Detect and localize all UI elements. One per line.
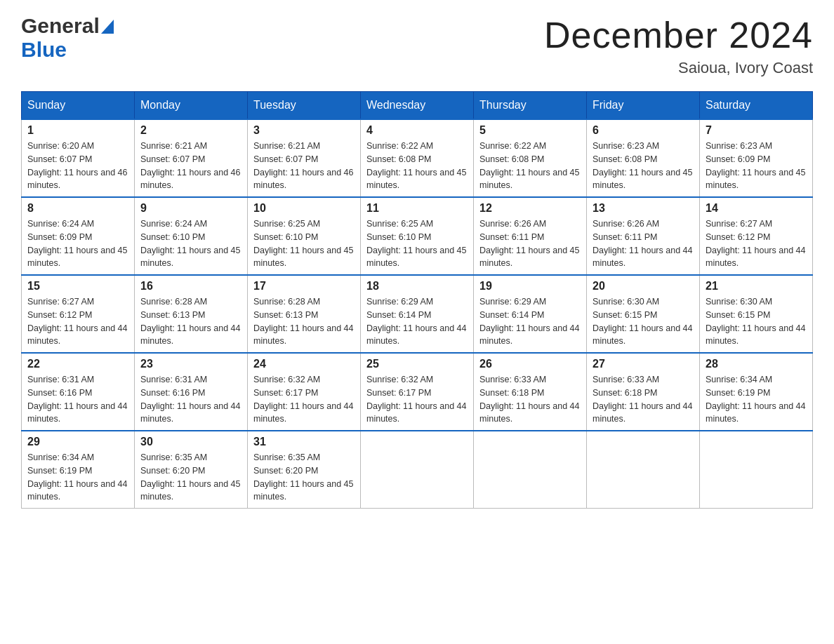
day-info: Sunrise: 6:28 AMSunset: 6:13 PMDaylight:… bbox=[140, 295, 241, 348]
calendar-day-cell: 3Sunrise: 6:21 AMSunset: 6:07 PMDaylight… bbox=[248, 119, 361, 197]
month-title: December 2024 bbox=[544, 14, 813, 56]
calendar-day-cell: 17Sunrise: 6:28 AMSunset: 6:13 PMDayligh… bbox=[248, 275, 361, 353]
day-info: Sunrise: 6:26 AMSunset: 6:11 PMDaylight:… bbox=[479, 217, 581, 270]
day-number: 26 bbox=[479, 358, 581, 370]
day-number: 16 bbox=[140, 280, 241, 293]
day-of-week-header: Sunday bbox=[22, 92, 135, 120]
calendar-day-cell: 23Sunrise: 6:31 AMSunset: 6:16 PMDayligh… bbox=[135, 353, 248, 431]
calendar-week-row: 8Sunrise: 6:24 AMSunset: 6:09 PMDaylight… bbox=[22, 197, 813, 275]
calendar-week-row: 15Sunrise: 6:27 AMSunset: 6:12 PMDayligh… bbox=[22, 275, 813, 353]
calendar-day-cell: 6Sunrise: 6:23 AMSunset: 6:08 PMDaylight… bbox=[587, 119, 700, 197]
title-section: December 2024 Saioua, Ivory Coast bbox=[544, 14, 813, 77]
calendar-day-cell: 22Sunrise: 6:31 AMSunset: 6:16 PMDayligh… bbox=[22, 353, 135, 431]
calendar-day-cell: 20Sunrise: 6:30 AMSunset: 6:15 PMDayligh… bbox=[587, 275, 700, 353]
calendar-day-cell: 27Sunrise: 6:33 AMSunset: 6:18 PMDayligh… bbox=[587, 353, 700, 431]
day-number: 18 bbox=[366, 280, 468, 293]
day-number: 28 bbox=[706, 358, 807, 370]
day-number: 15 bbox=[27, 280, 128, 293]
day-info: Sunrise: 6:20 AMSunset: 6:07 PMDaylight:… bbox=[27, 140, 128, 192]
day-info: Sunrise: 6:25 AMSunset: 6:10 PMDaylight:… bbox=[366, 217, 468, 270]
day-info: Sunrise: 6:35 AMSunset: 6:20 PMDaylight:… bbox=[253, 451, 355, 504]
calendar-day-cell: 11Sunrise: 6:25 AMSunset: 6:10 PMDayligh… bbox=[361, 197, 474, 275]
day-number: 27 bbox=[593, 358, 694, 370]
day-number: 20 bbox=[593, 280, 694, 293]
calendar-day-cell: 8Sunrise: 6:24 AMSunset: 6:09 PMDaylight… bbox=[22, 197, 135, 275]
day-info: Sunrise: 6:31 AMSunset: 6:16 PMDaylight:… bbox=[140, 373, 241, 426]
day-info: Sunrise: 6:28 AMSunset: 6:13 PMDaylight:… bbox=[253, 295, 355, 348]
calendar-day-cell: 29Sunrise: 6:34 AMSunset: 6:19 PMDayligh… bbox=[22, 431, 135, 509]
calendar-header-row: SundayMondayTuesdayWednesdayThursdayFrid… bbox=[22, 92, 813, 120]
day-info: Sunrise: 6:27 AMSunset: 6:12 PMDaylight:… bbox=[27, 295, 128, 348]
day-info: Sunrise: 6:33 AMSunset: 6:18 PMDaylight:… bbox=[593, 373, 694, 426]
calendar-day-cell bbox=[587, 431, 700, 509]
day-number: 29 bbox=[27, 436, 128, 448]
calendar-day-cell: 10Sunrise: 6:25 AMSunset: 6:10 PMDayligh… bbox=[248, 197, 361, 275]
calendar-day-cell: 24Sunrise: 6:32 AMSunset: 6:17 PMDayligh… bbox=[248, 353, 361, 431]
calendar-day-cell: 9Sunrise: 6:24 AMSunset: 6:10 PMDaylight… bbox=[135, 197, 248, 275]
calendar-day-cell: 21Sunrise: 6:30 AMSunset: 6:15 PMDayligh… bbox=[700, 275, 813, 353]
calendar-day-cell: 12Sunrise: 6:26 AMSunset: 6:11 PMDayligh… bbox=[474, 197, 587, 275]
logo-blue-text: Blue bbox=[21, 38, 67, 61]
calendar-day-cell: 5Sunrise: 6:22 AMSunset: 6:08 PMDaylight… bbox=[474, 119, 587, 197]
calendar-day-cell: 13Sunrise: 6:26 AMSunset: 6:11 PMDayligh… bbox=[587, 197, 700, 275]
location: Saioua, Ivory Coast bbox=[544, 59, 813, 77]
logo-triangle-icon bbox=[101, 20, 114, 34]
calendar-day-cell: 19Sunrise: 6:29 AMSunset: 6:14 PMDayligh… bbox=[474, 275, 587, 353]
calendar-day-cell: 30Sunrise: 6:35 AMSunset: 6:20 PMDayligh… bbox=[135, 431, 248, 509]
day-number: 21 bbox=[706, 280, 807, 293]
day-info: Sunrise: 6:34 AMSunset: 6:19 PMDaylight:… bbox=[27, 451, 128, 504]
calendar-day-cell: 15Sunrise: 6:27 AMSunset: 6:12 PMDayligh… bbox=[22, 275, 135, 353]
day-number: 6 bbox=[593, 124, 694, 137]
calendar-day-cell bbox=[361, 431, 474, 509]
calendar-day-cell: 18Sunrise: 6:29 AMSunset: 6:14 PMDayligh… bbox=[361, 275, 474, 353]
day-info: Sunrise: 6:33 AMSunset: 6:18 PMDaylight:… bbox=[479, 373, 581, 426]
day-number: 1 bbox=[27, 124, 128, 137]
calendar-week-row: 22Sunrise: 6:31 AMSunset: 6:16 PMDayligh… bbox=[22, 353, 813, 431]
calendar-day-cell: 14Sunrise: 6:27 AMSunset: 6:12 PMDayligh… bbox=[700, 197, 813, 275]
day-number: 24 bbox=[253, 358, 355, 370]
day-info: Sunrise: 6:23 AMSunset: 6:09 PMDaylight:… bbox=[706, 140, 807, 192]
calendar-week-row: 29Sunrise: 6:34 AMSunset: 6:19 PMDayligh… bbox=[22, 431, 813, 509]
calendar-day-cell: 31Sunrise: 6:35 AMSunset: 6:20 PMDayligh… bbox=[248, 431, 361, 509]
day-number: 30 bbox=[140, 436, 241, 448]
day-number: 31 bbox=[253, 436, 355, 448]
day-info: Sunrise: 6:29 AMSunset: 6:14 PMDaylight:… bbox=[366, 295, 468, 348]
day-info: Sunrise: 6:35 AMSunset: 6:20 PMDaylight:… bbox=[140, 451, 241, 504]
day-info: Sunrise: 6:21 AMSunset: 6:07 PMDaylight:… bbox=[253, 140, 355, 192]
day-info: Sunrise: 6:27 AMSunset: 6:12 PMDaylight:… bbox=[706, 217, 807, 270]
calendar-day-cell: 28Sunrise: 6:34 AMSunset: 6:19 PMDayligh… bbox=[700, 353, 813, 431]
calendar-table: SundayMondayTuesdayWednesdayThursdayFrid… bbox=[21, 91, 813, 509]
day-of-week-header: Friday bbox=[587, 92, 700, 120]
day-info: Sunrise: 6:31 AMSunset: 6:16 PMDaylight:… bbox=[27, 373, 128, 426]
day-number: 17 bbox=[253, 280, 355, 293]
day-of-week-header: Monday bbox=[135, 92, 248, 120]
day-number: 4 bbox=[366, 124, 468, 137]
day-number: 3 bbox=[253, 124, 355, 137]
day-of-week-header: Saturday bbox=[700, 92, 813, 120]
day-number: 9 bbox=[140, 202, 241, 215]
day-number: 8 bbox=[27, 202, 128, 215]
day-info: Sunrise: 6:24 AMSunset: 6:09 PMDaylight:… bbox=[27, 217, 128, 270]
calendar-day-cell: 16Sunrise: 6:28 AMSunset: 6:13 PMDayligh… bbox=[135, 275, 248, 353]
logo: General Blue bbox=[21, 14, 114, 62]
svg-marker-0 bbox=[101, 20, 114, 34]
calendar-day-cell: 25Sunrise: 6:32 AMSunset: 6:17 PMDayligh… bbox=[361, 353, 474, 431]
day-number: 19 bbox=[479, 280, 581, 293]
day-info: Sunrise: 6:21 AMSunset: 6:07 PMDaylight:… bbox=[140, 140, 241, 192]
day-number: 10 bbox=[253, 202, 355, 215]
day-info: Sunrise: 6:32 AMSunset: 6:17 PMDaylight:… bbox=[253, 373, 355, 426]
day-info: Sunrise: 6:30 AMSunset: 6:15 PMDaylight:… bbox=[706, 295, 807, 348]
day-info: Sunrise: 6:23 AMSunset: 6:08 PMDaylight:… bbox=[593, 140, 694, 192]
day-number: 23 bbox=[140, 358, 241, 370]
day-number: 12 bbox=[479, 202, 581, 215]
day-number: 14 bbox=[706, 202, 807, 215]
day-info: Sunrise: 6:32 AMSunset: 6:17 PMDaylight:… bbox=[366, 373, 468, 426]
day-number: 22 bbox=[27, 358, 128, 370]
calendar-day-cell bbox=[474, 431, 587, 509]
logo-general-text: General bbox=[21, 14, 100, 38]
day-info: Sunrise: 6:34 AMSunset: 6:19 PMDaylight:… bbox=[706, 373, 807, 426]
calendar-day-cell: 4Sunrise: 6:22 AMSunset: 6:08 PMDaylight… bbox=[361, 119, 474, 197]
calendar-day-cell: 7Sunrise: 6:23 AMSunset: 6:09 PMDaylight… bbox=[700, 119, 813, 197]
day-info: Sunrise: 6:25 AMSunset: 6:10 PMDaylight:… bbox=[253, 217, 355, 270]
day-info: Sunrise: 6:22 AMSunset: 6:08 PMDaylight:… bbox=[479, 140, 581, 192]
